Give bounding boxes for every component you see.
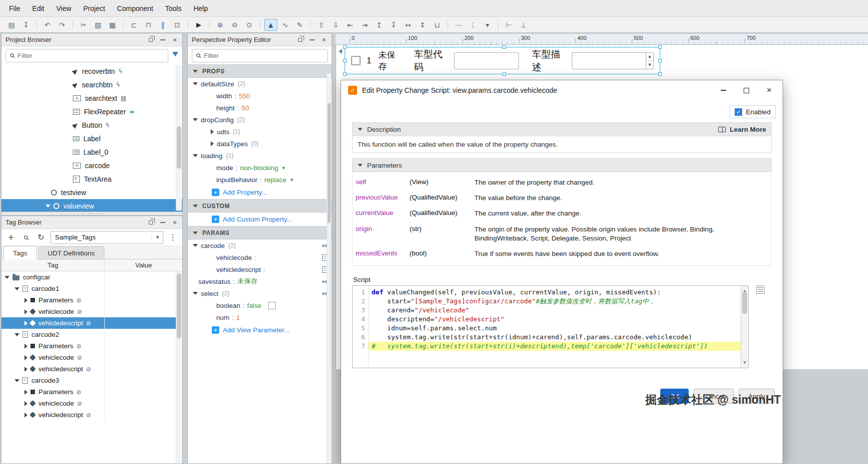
- selection-handle[interactable]: [343, 45, 347, 49]
- center-vertical-icon[interactable]: ↕: [416, 19, 429, 31]
- enabled-checkbox-group[interactable]: ✓ Enabled: [730, 105, 776, 118]
- property-row[interactable]: defaultSize{2}: [188, 78, 332, 90]
- selection-handle[interactable]: [343, 59, 347, 62]
- property-row[interactable]: height:50: [188, 102, 332, 114]
- expander-icon[interactable]: [193, 244, 198, 247]
- project-filter-input[interactable]: [17, 52, 164, 59]
- boolean-checkbox[interactable]: [268, 302, 276, 309]
- tag-tree-item[interactable]: vehicledescript⊘: [1, 409, 176, 421]
- tag-tree-item[interactable]: Parameters⊘: [1, 340, 176, 352]
- import-icon[interactable]: ↧: [19, 19, 32, 31]
- project-tree-item[interactable]: TextArea: [1, 172, 182, 186]
- selection-handle[interactable]: [658, 72, 662, 76]
- fit-height-icon[interactable]: ⊥: [517, 19, 530, 31]
- code-line[interactable]: idnum=self.params.select.num: [369, 324, 741, 333]
- property-row[interactable]: loading{1}: [188, 150, 332, 162]
- tag-tree-item[interactable]: vehiclecode⊘: [1, 398, 176, 409]
- property-row[interactable]: mode:non-blocking▾: [188, 162, 332, 174]
- expander-icon[interactable]: [24, 321, 27, 326]
- distribute-icon[interactable]: ‖: [156, 19, 169, 31]
- code-scrollbar[interactable]: ▲ ▼: [741, 286, 748, 368]
- expander-icon[interactable]: [24, 355, 27, 360]
- fit-width-icon[interactable]: ⊢: [502, 19, 515, 31]
- custom-section-header[interactable]: CUSTOM: [188, 199, 332, 213]
- add-property-button[interactable]: +Add Property...: [188, 186, 332, 199]
- property-row[interactable]: udts[1]: [188, 126, 332, 138]
- selection-handle[interactable]: [343, 72, 347, 76]
- align-rows-icon[interactable]: ⊓: [142, 19, 155, 31]
- code-line[interactable]: carend="/vehiclecode": [369, 306, 741, 315]
- expander-icon[interactable]: [24, 413, 27, 418]
- params-section-header[interactable]: PARAMS: [188, 226, 332, 239]
- filter-settings-icon[interactable]: [172, 52, 178, 59]
- redo-icon[interactable]: ↷: [55, 19, 68, 31]
- align-right-icon[interactable]: ⇥: [358, 19, 371, 31]
- learn-more-link[interactable]: Learn More: [718, 126, 766, 133]
- parameters-header[interactable]: Parameters: [352, 158, 772, 172]
- play-icon[interactable]: ▶: [192, 19, 205, 31]
- add-custom-property-button[interactable]: +Add Custom Property...: [188, 213, 332, 226]
- project-tree-item[interactable]: Buttonϟ: [1, 118, 182, 132]
- tab-tags[interactable]: Tags: [3, 246, 37, 259]
- overflow-icon[interactable]: ⋮: [466, 19, 479, 31]
- tag-tree-item[interactable]: Parameters⊘: [1, 294, 176, 306]
- enabled-checkbox[interactable]: ✓: [735, 108, 742, 116]
- property-editor-scrollbar[interactable]: [327, 73, 331, 463]
- property-value[interactable]: 50: [242, 104, 249, 112]
- align-top-icon[interactable]: ↥: [373, 19, 386, 31]
- menu-item-edit[interactable]: Edit: [26, 0, 50, 17]
- tab-udt-definitions[interactable]: UDT Definitions: [38, 246, 104, 259]
- property-row[interactable]: width:550: [188, 90, 332, 102]
- menu-item-file[interactable]: File: [3, 0, 26, 17]
- selection-handle[interactable]: [658, 59, 662, 62]
- align-columns-icon[interactable]: ⊏: [127, 19, 140, 31]
- zoom-in-icon[interactable]: ⊕: [214, 19, 227, 31]
- project-filter-box[interactable]: [5, 49, 168, 62]
- property-row[interactable]: num:1: [188, 311, 332, 323]
- property-value[interactable]: replace: [264, 176, 286, 184]
- project-tree-item[interactable]: Label: [1, 132, 182, 145]
- tag-tree-item[interactable]: carcode3: [1, 375, 176, 386]
- menu-item-view[interactable]: View: [50, 0, 77, 17]
- row-checkbox[interactable]: [351, 56, 361, 65]
- maximize-window-icon[interactable]: [735, 82, 758, 98]
- kebab-menu-icon[interactable]: ⋮: [167, 232, 178, 243]
- close-panel-icon[interactable]: ×: [171, 219, 178, 226]
- zoom-fit-icon[interactable]: ⊙: [243, 19, 256, 31]
- tag-column-header[interactable]: Tag: [1, 259, 104, 271]
- expander-icon[interactable]: [24, 298, 27, 303]
- property-row[interactable]: carcode{2}↔: [188, 239, 332, 251]
- expander-icon[interactable]: [14, 287, 19, 290]
- vehicle-desc-input[interactable]: [572, 52, 646, 69]
- project-tree-item[interactable]: FlexRepeater∞: [1, 105, 182, 118]
- menu-item-component[interactable]: Component: [111, 0, 159, 17]
- selected-row-component[interactable]: 1 未保存 车型代码 车型描述 ▲▼: [345, 47, 660, 74]
- menu-item-help[interactable]: Help: [187, 0, 214, 17]
- scrollbar-thumb[interactable]: [177, 273, 181, 338]
- expander-icon[interactable]: [193, 292, 198, 295]
- selection-handle[interactable]: [502, 72, 506, 76]
- refresh-icon[interactable]: ↻: [35, 232, 46, 243]
- tag-tree-item[interactable]: carcode2: [1, 329, 176, 340]
- scrollbar-thumb[interactable]: [328, 103, 331, 223]
- project-tree-item[interactable]: Label_0: [1, 145, 182, 159]
- pen-tool-icon[interactable]: ✎: [293, 19, 306, 31]
- expander-icon[interactable]: [45, 205, 50, 208]
- scrollbar-thumb[interactable]: [742, 292, 747, 314]
- project-tree-item[interactable]: carcode: [1, 159, 182, 172]
- send-backward-icon[interactable]: ⇩: [329, 19, 342, 31]
- property-value[interactable]: non-blocking: [240, 164, 279, 172]
- expander-icon[interactable]: [14, 379, 19, 382]
- dropdown-arrow-icon[interactable]: ▾: [291, 177, 294, 183]
- tag-tree-item[interactable]: vehicledescript⊘: [1, 317, 176, 329]
- tag-tree-item[interactable]: configcar: [1, 271, 176, 283]
- property-value[interactable]: 550: [239, 92, 250, 100]
- project-tree-item[interactable]: searchtext▤: [1, 91, 182, 105]
- project-tree-item[interactable]: recoverbtnϟ: [1, 64, 182, 78]
- spinner-buttons[interactable]: ▲▼: [646, 52, 654, 69]
- property-row[interactable]: select{2}↔: [188, 287, 332, 299]
- vehicle-code-input[interactable]: [454, 52, 519, 69]
- property-value[interactable]: false: [247, 302, 262, 309]
- float-panel-icon[interactable]: [147, 36, 154, 43]
- code-line[interactable]: start="[Sample_Tags]configcar/carcode"#触…: [369, 297, 741, 306]
